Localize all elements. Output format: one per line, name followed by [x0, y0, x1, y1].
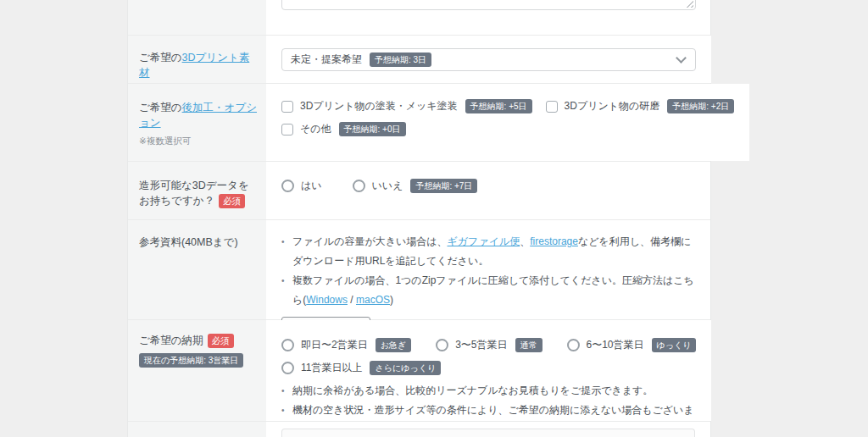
- radio-deadline-express[interactable]: 即日〜2営業日 お急ぎ: [281, 338, 411, 352]
- reference-label: 参考資料(40MBまで): [128, 220, 266, 319]
- option-label: その他: [300, 122, 331, 136]
- deadline-label: ご希望の納期必須 現在の予想納期: 3営業日: [128, 320, 266, 421]
- macos-zip-help-link[interactable]: macOS: [356, 294, 390, 306]
- material-label-prefix: ご希望の: [139, 52, 182, 64]
- windows-zip-help-link[interactable]: Windows: [306, 294, 348, 306]
- checkbox-icon[interactable]: [281, 101, 293, 113]
- option-label: 3Dプリント物の研磨: [565, 99, 660, 113]
- row-remarks-textarea: [128, 0, 710, 35]
- material-lead-time-badge: 予想納期: 3日: [370, 53, 431, 67]
- row-material: ご希望の3Dプリント素材 未定・提案希望 予想納期: 3日: [128, 35, 710, 83]
- next-row-label-cell: [128, 422, 266, 437]
- row-has-3d-data: 造形可能な3Dデータをお持ちですか？必須 はい いいえ 予想納期: +7日: [128, 161, 710, 219]
- row-next-partial: [128, 421, 710, 437]
- option-label: いいえ: [372, 179, 403, 193]
- checkbox-icon[interactable]: [546, 101, 558, 113]
- reference-note-1: ファイルの容量が大きい場合は、ギガファイル便、firestorageなどを利用し…: [281, 232, 695, 271]
- firestorage-link[interactable]: firestorage: [530, 235, 578, 247]
- speed-badge: 通常: [515, 338, 542, 352]
- radio-deadline-normal[interactable]: 3〜5営業日 通常: [436, 338, 542, 352]
- speed-badge: お急ぎ: [376, 338, 411, 352]
- deadline-note-1: 納期に余裕がある場合、比較的リーズナブルなお見積もりをご提示できます。: [281, 381, 696, 401]
- lead-time-badge: 予想納期: +0日: [339, 122, 406, 136]
- current-lead-time-badge: 現在の予想納期: 3営業日: [139, 353, 243, 368]
- remarks-field-cell: [266, 0, 710, 35]
- chevron-down-icon: [676, 53, 687, 64]
- reference-field: ファイルの容量が大きい場合は、ギガファイル便、firestorageなどを利用し…: [266, 220, 710, 319]
- gigafile-link[interactable]: ギガファイル便: [448, 235, 520, 247]
- option-label: 3Dプリント物の塗装・メッキ塗装: [300, 99, 458, 113]
- deadline-label-text: ご希望の納期: [139, 335, 203, 346]
- radio-no-option[interactable]: いいえ 予想納期: +7日: [353, 179, 478, 193]
- required-badge: 必須: [208, 334, 234, 348]
- reference-label-text: 参考資料(40MBまで): [139, 236, 238, 248]
- row-reference-files: 参考資料(40MBまで) ファイルの容量が大きい場合は、ギガファイル便、fire…: [128, 219, 710, 319]
- option-label: 11営業日以上: [301, 361, 362, 375]
- option-label: はい: [301, 179, 322, 193]
- material-label: ご希望の3Dプリント素材: [128, 36, 266, 83]
- speed-badge: ゆっくり: [652, 338, 697, 352]
- lead-time-badge: 予想納期: +2日: [667, 99, 734, 113]
- postprocess-field: 3Dプリント物の塗装・メッキ塗装 予想納期: +5日 3Dプリント物の研磨 予想…: [266, 84, 749, 161]
- material-field: 未定・提案希望 予想納期: 3日: [266, 36, 711, 83]
- postprocess-multi-note: ※複数選択可: [139, 133, 258, 148]
- checkbox-other-option[interactable]: その他 予想納期: +0日: [281, 122, 406, 136]
- remarks-label-cell: [128, 0, 266, 35]
- reference-note-2: 複数ファイルの場合、1つのZipファイルに圧縮して添付してください。圧縮方法はこ…: [281, 271, 695, 310]
- next-row-element-top: [281, 429, 695, 437]
- speed-badge: さらにゆっくり: [370, 361, 441, 375]
- option-label: 6〜10営業日: [587, 338, 644, 352]
- radio-icon[interactable]: [281, 180, 294, 192]
- required-badge: 必須: [219, 194, 245, 208]
- material-select[interactable]: 未定・提案希望 予想納期: 3日: [281, 48, 696, 71]
- postprocess-label-prefix: ご希望の: [139, 102, 182, 113]
- postprocess-label: ご希望の後加工・オプション ※複数選択可: [128, 84, 266, 161]
- radio-yes-option[interactable]: はい: [281, 179, 330, 193]
- radio-icon[interactable]: [436, 339, 448, 351]
- row-deadline: ご希望の納期必須 現在の予想納期: 3営業日 即日〜2営業日 お急ぎ 3〜5営業…: [128, 319, 710, 421]
- row-postprocess: ご希望の後加工・オプション ※複数選択可 3Dプリント物の塗装・メッキ塗装 予想…: [128, 83, 710, 161]
- material-selected-value: 未定・提案希望: [291, 53, 362, 67]
- remarks-textarea[interactable]: [281, 0, 696, 10]
- lead-time-badge: 予想納期: +7日: [410, 179, 477, 193]
- option-label: 即日〜2営業日: [301, 338, 368, 352]
- next-row-field-cell: [266, 422, 710, 437]
- has-3d-data-label: 造形可能な3Dデータをお持ちですか？必須: [128, 162, 266, 219]
- resize-grip-icon[interactable]: [686, 0, 693, 8]
- deadline-field: 即日〜2営業日 お急ぎ 3〜5営業日 通常 6〜10営業日 ゆっくり 11営業: [266, 320, 711, 421]
- radio-icon[interactable]: [281, 362, 294, 374]
- radio-icon[interactable]: [567, 339, 580, 351]
- has-3d-data-field: はい いいえ 予想納期: +7日: [266, 162, 710, 219]
- checkbox-icon[interactable]: [281, 124, 293, 136]
- lead-time-badge: 予想納期: +5日: [465, 99, 532, 113]
- checkbox-polish-option[interactable]: 3Dプリント物の研磨 予想納期: +2日: [546, 99, 735, 113]
- radio-deadline-slowest[interactable]: 11営業日以上 さらにゆっくり: [281, 361, 441, 375]
- radio-icon[interactable]: [281, 339, 294, 351]
- option-label: 3〜5営業日: [455, 338, 507, 352]
- checkbox-paint-option[interactable]: 3Dプリント物の塗装・メッキ塗装 予想納期: +5日: [281, 99, 532, 113]
- quote-request-form: ご希望の3Dプリント素材 未定・提案希望 予想納期: 3日 ご希望の後加工・オプ…: [127, 0, 711, 437]
- radio-icon[interactable]: [353, 180, 365, 192]
- radio-deadline-slow[interactable]: 6〜10営業日 ゆっくり: [567, 338, 697, 352]
